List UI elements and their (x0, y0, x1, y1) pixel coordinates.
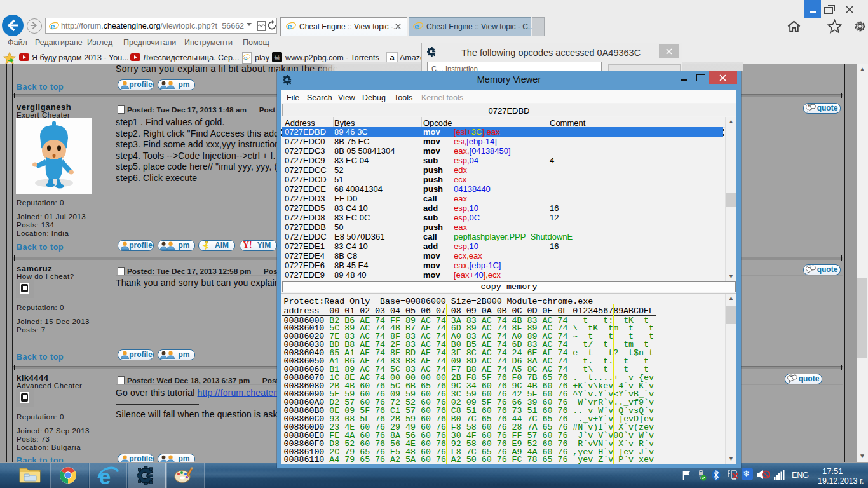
svg-text:e: e (414, 22, 419, 31)
svg-text:e: e (50, 22, 55, 31)
svg-text:”: ” (790, 375, 792, 381)
svg-text:e: e (244, 54, 248, 61)
svg-text:”: ” (808, 266, 811, 271)
svg-text:”: ” (808, 104, 811, 110)
svg-text:e: e (287, 22, 292, 31)
